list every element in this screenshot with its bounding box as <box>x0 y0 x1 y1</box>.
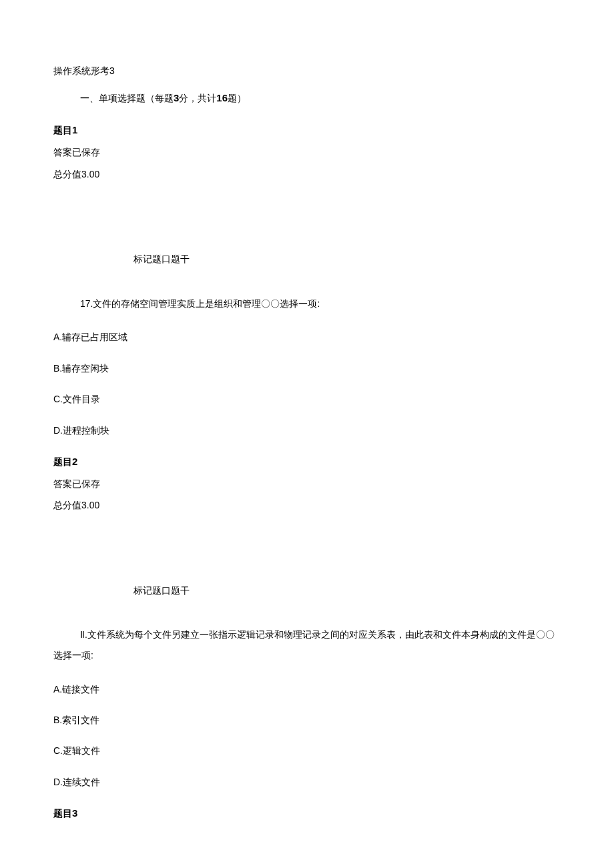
option-c[interactable]: C.逻辑文件 <box>53 743 561 758</box>
option-c[interactable]: C.文件目录 <box>53 392 561 406</box>
score-value: 总分值3.00 <box>53 498 561 512</box>
section-mid: 分，共计 <box>179 93 216 103</box>
stem-text: 文件的存储空间管理实质上是组织和管理〇〇选择一项: <box>93 298 320 309</box>
stem-number: 17. <box>80 298 93 309</box>
question-title: 题目2 <box>53 454 561 470</box>
question-stem: 17.文件的存储空间管理实质上是组织和管理〇〇选择一项: <box>53 294 561 314</box>
option-a[interactable]: A.辅存已占用区域 <box>53 330 561 344</box>
question-title-prefix: 题目 <box>53 456 72 467</box>
question-number: 1 <box>72 124 77 135</box>
option-d[interactable]: D.进程控制块 <box>53 423 561 438</box>
marker-label: 标记题口题干 <box>53 583 561 598</box>
section-suffix: 题） <box>228 93 246 103</box>
document-title: 操作系统形考3 <box>53 63 561 78</box>
question-title-prefix: 题目 <box>53 125 72 135</box>
stem-number: Ⅱ. <box>53 629 87 640</box>
option-d[interactable]: D.连续文件 <box>53 775 561 789</box>
answer-status: 答案已保存 <box>53 145 561 159</box>
section-prefix: 一、单项选择题（每题 <box>80 93 174 103</box>
question-number: 3 <box>72 807 77 819</box>
option-b[interactable]: B.索引文件 <box>53 713 561 727</box>
section-header: 一、单项选择题（每题3分，共计16题） <box>53 90 561 106</box>
question-title-prefix: 题目 <box>53 808 72 819</box>
score-value: 总分值3.00 <box>53 167 561 181</box>
stem-text: 文件系统为每个文件另建立一张指示逻辑记录和物理记录之间的对应关系表，由此表和文件… <box>53 629 555 661</box>
question-title: 题目1 <box>53 122 561 138</box>
option-a[interactable]: A.链接文件 <box>53 682 561 697</box>
question-title: 题目3 <box>53 805 561 821</box>
question-number: 2 <box>72 456 77 467</box>
option-b[interactable]: B.辅存空闲块 <box>53 361 561 376</box>
question-stem: Ⅱ.文件系统为每个文件另建立一张指示逻辑记录和物理记录之间的对应关系表，由此表和… <box>53 624 561 666</box>
marker-label: 标记题口题干 <box>53 252 561 266</box>
answer-status: 答案已保存 <box>53 476 561 491</box>
total-questions: 16 <box>216 92 228 103</box>
